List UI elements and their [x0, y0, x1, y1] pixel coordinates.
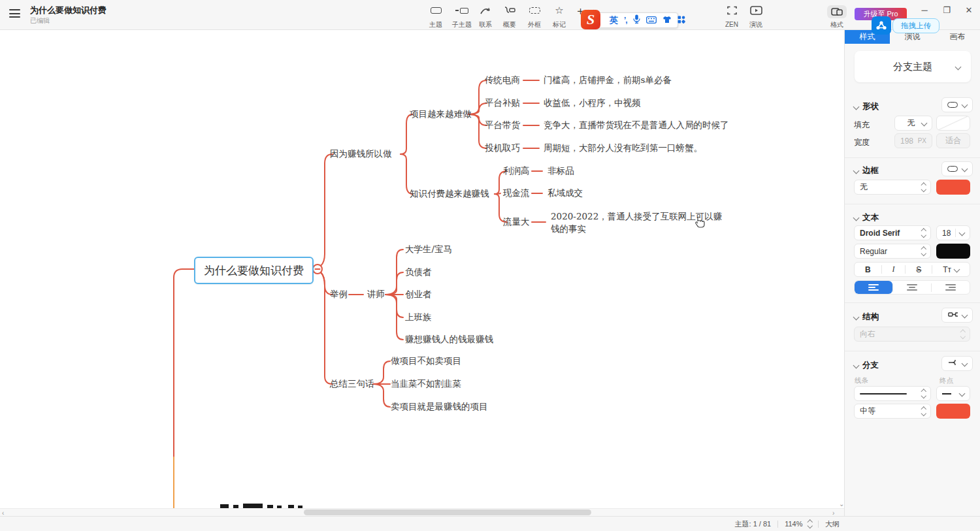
node-b1b2-detail[interactable]: 私域成交: [547, 187, 583, 199]
toolbox-grid-icon[interactable]: [678, 14, 685, 26]
border-section-title[interactable]: 边框: [854, 165, 879, 176]
fill-label: 填充: [854, 120, 870, 131]
ime-toolbar[interactable]: S 英 ’,: [588, 12, 678, 28]
zoom-stepper-icon[interactable]: [808, 521, 812, 528]
node-b1b3-detail[interactable]: 2020-2022，普通人接受了互联网上可以赚钱的事实: [551, 210, 725, 235]
text-case-button[interactable]: Tᴛ: [943, 265, 959, 274]
shape-style-dropdown[interactable]: [941, 97, 973, 112]
structure-section-title[interactable]: 结构: [854, 312, 879, 323]
node-b1a3-detail[interactable]: 竞争大，直播带货现在不是普通人入局的时候了: [544, 120, 729, 131]
branch-curve-icon: [948, 359, 958, 368]
align-left-button[interactable]: [855, 281, 892, 294]
node-b2a[interactable]: 讲师: [367, 289, 385, 300]
divider: [845, 351, 980, 351]
node-b2a1[interactable]: 大学生/宝马: [405, 244, 452, 255]
font-weight-stepper[interactable]: Regular: [854, 244, 931, 259]
fill-color-swatch[interactable]: [936, 116, 970, 131]
branch-section-title[interactable]: 分支: [854, 360, 879, 371]
node-b1a1-detail[interactable]: 门槛高，店铺押金，前期s单必备: [544, 74, 672, 86]
node-b1b1-detail[interactable]: 非标品: [547, 165, 574, 177]
border-style-dropdown[interactable]: [941, 161, 973, 176]
node-b2a3[interactable]: 创业者: [405, 289, 432, 300]
node-b1a2-detail[interactable]: 收益低，小程序，中视频: [544, 97, 641, 109]
tab-canvas[interactable]: 画布: [935, 29, 980, 44]
node-b1b3[interactable]: 流量大: [503, 216, 530, 228]
collapse-chevron-icon: [853, 362, 860, 369]
font-size-dropdown[interactable]: 18: [936, 225, 970, 240]
endpoint-dropdown[interactable]: [936, 386, 970, 401]
node-b1a4[interactable]: 投机取巧: [485, 142, 520, 154]
cloud-upload-icon[interactable]: [872, 16, 891, 35]
topic-button[interactable]: 主题: [421, 3, 450, 28]
node-b3[interactable]: 总结三句话: [330, 378, 374, 390]
text-color-swatch[interactable]: [936, 244, 970, 259]
divider: [845, 157, 980, 158]
node-b3c[interactable]: 卖项目就是最赚钱的项目: [391, 401, 488, 413]
align-center-button[interactable]: [893, 281, 931, 294]
node-b1b[interactable]: 知识付费越来越赚钱: [410, 188, 489, 200]
skin-tshirt-icon[interactable]: [662, 14, 672, 26]
microphone-icon[interactable]: [633, 14, 640, 26]
fit-button[interactable]: 适合: [936, 133, 970, 148]
font-family-stepper[interactable]: Droid Serif: [854, 225, 931, 240]
close-button[interactable]: ✕: [958, 0, 980, 20]
horizontal-scrollbar-thumb[interactable]: [304, 509, 591, 515]
ime-language-toggle[interactable]: 英: [610, 14, 618, 26]
bold-button[interactable]: B: [865, 265, 871, 274]
align-right-button[interactable]: [932, 281, 970, 294]
chevron-down-icon: [959, 391, 966, 397]
star-icon: ☆: [555, 5, 563, 16]
format-icon: [827, 5, 847, 18]
strikethrough-button[interactable]: S: [916, 265, 921, 274]
line-style-stepper[interactable]: [854, 386, 931, 401]
fill-dropdown[interactable]: 无: [894, 116, 932, 131]
dash-endpoint-icon: [942, 393, 951, 394]
node-b3b[interactable]: 当韭菜不如割韭菜: [391, 378, 461, 390]
presentation-button[interactable]: 演说: [742, 3, 770, 28]
width-input[interactable]: 198PX: [894, 133, 932, 148]
node-b1a2[interactable]: 平台补贴: [485, 97, 520, 109]
endpoint-label: 终点: [939, 376, 953, 385]
chevron-down-icon: [921, 120, 928, 127]
solid-line-icon: [860, 393, 907, 394]
node-b1[interactable]: 因为赚钱所以做: [330, 148, 392, 160]
mindmap-structure-icon: [948, 311, 958, 320]
central-topic[interactable]: 为什么要做知识付费: [194, 257, 314, 284]
format-button[interactable]: 格式: [823, 3, 851, 28]
branch-shape-dropdown[interactable]: [941, 356, 973, 371]
node-b1a1[interactable]: 传统电商: [485, 74, 520, 86]
node-b2a5[interactable]: 赚想赚钱人的钱最赚钱: [405, 334, 493, 346]
node-b2[interactable]: 举例: [330, 289, 348, 300]
align-center-icon: [907, 284, 917, 290]
zoom-level[interactable]: 114%: [785, 520, 802, 528]
topic-type-selector[interactable]: 分支主题: [855, 51, 971, 82]
node-b2a2[interactable]: 负债者: [405, 266, 432, 278]
branch-color-swatch[interactable]: [936, 404, 970, 419]
chevron-down-icon: [959, 230, 966, 236]
node-b1a3[interactable]: 平台带货: [485, 120, 520, 131]
node-b1b2[interactable]: 现金流: [503, 187, 530, 199]
structure-type-dropdown[interactable]: [941, 308, 973, 323]
direction-stepper[interactable]: 向右: [854, 327, 970, 342]
app-window: 为什么要做知识付费 因为赚钱所以做 项目越来越难做 传统电商 门槛高，店铺押金，…: [0, 0, 980, 531]
shape-section-title[interactable]: 形状: [854, 101, 879, 112]
format-panel: 样式 演说 画布 分支主题 形状 填充 无 宽度 198PX 适合: [844, 29, 980, 516]
line-width-stepper[interactable]: 中等: [854, 404, 931, 419]
node-b3a[interactable]: 做项目不如卖项目: [391, 355, 461, 367]
border-color-swatch[interactable]: [936, 180, 970, 195]
node-b2a4[interactable]: 上班族: [405, 312, 432, 323]
border-width-stepper[interactable]: 无: [854, 180, 931, 195]
sogou-logo-icon[interactable]: S: [581, 10, 600, 29]
divider: [845, 204, 980, 204]
keyboard-icon[interactable]: [646, 14, 657, 26]
chevron-down-icon: [962, 166, 968, 172]
hamburger-menu-icon[interactable]: [9, 9, 20, 18]
node-b1a[interactable]: 项目越来越难做: [410, 108, 472, 120]
node-b1a4-detail[interactable]: 周期短，大部分人没有吃到第一口螃蟹。: [544, 142, 702, 154]
outline-toggle[interactable]: 大纲: [825, 519, 840, 529]
text-style-bar: B I S Tᴛ: [854, 262, 970, 277]
ime-punctuation-toggle[interactable]: ’,: [624, 16, 627, 25]
italic-button[interactable]: I: [892, 265, 894, 274]
node-b1b1[interactable]: 利润高: [503, 165, 530, 177]
text-section-title[interactable]: 文本: [854, 212, 879, 223]
